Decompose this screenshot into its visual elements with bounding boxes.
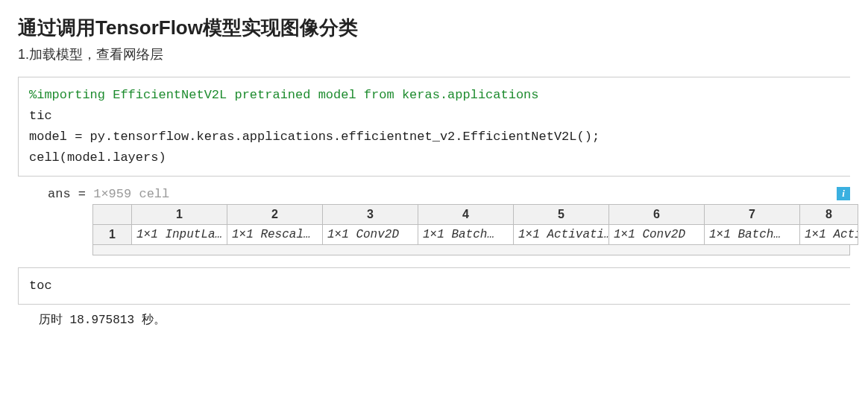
cell-value[interactable]: 1×1 Batch… [705,225,800,245]
ans-line: ans = 1×959 cell [48,187,850,201]
code-cell-1[interactable]: %importing EfficientNetV2L pretrained mo… [18,77,850,177]
table-row[interactable]: 1 1×1 InputLa… 1×1 Rescal… 1×1 Conv2D 1×… [93,225,858,245]
cell-value[interactable]: 1×1 InputLa… [132,225,227,245]
cell-array-table[interactable]: 1 2 3 4 5 6 7 8 1 1×1 InputLa… 1×1 Resca… [92,204,858,245]
horizontal-scrollbar[interactable] [92,245,850,255]
col-header[interactable]: 4 [418,205,514,225]
code-line: tic [29,109,52,123]
cell-value[interactable]: 1×1 Activati… [514,225,609,245]
section-subtitle: 1.加载模型，查看网络层 [18,45,850,63]
row-header[interactable]: 1 [93,225,132,245]
col-header[interactable]: 2 [227,205,323,225]
cell-value[interactable]: 1×1 Rescal… [227,225,323,245]
output-area: i ans = 1×959 cell 1 2 3 4 5 6 7 8 1 [48,187,850,255]
cell-value[interactable]: 1×1 Batch… [418,225,514,245]
code-cell-2[interactable]: toc [18,267,850,305]
code-comment: %importing EfficientNetV2L pretrained mo… [29,88,539,102]
col-header[interactable]: 3 [323,205,418,225]
cell-value[interactable]: 1×1 Conv2D [323,225,418,245]
col-header[interactable]: 6 [609,205,705,225]
table-header-row: 1 2 3 4 5 6 7 8 [93,205,858,225]
col-header[interactable]: 7 [705,205,800,225]
page-title: 通过调用TensorFlow模型实现图像分类 [18,15,850,41]
col-header[interactable]: 8 [800,205,858,225]
code-line: model = py.tensorflow.keras.applications… [29,130,600,144]
table-corner [93,205,132,225]
cell-value[interactable]: 1×1 Activ [800,225,858,245]
col-header[interactable]: 5 [514,205,609,225]
col-header[interactable]: 1 [132,205,227,225]
cell-value[interactable]: 1×1 Conv2D [609,225,705,245]
timing-output: 历时 18.975813 秒。 [39,312,850,328]
code-line: cell(model.layers) [29,150,166,165]
code-line: toc [29,279,52,293]
info-icon[interactable]: i [837,187,850,200]
